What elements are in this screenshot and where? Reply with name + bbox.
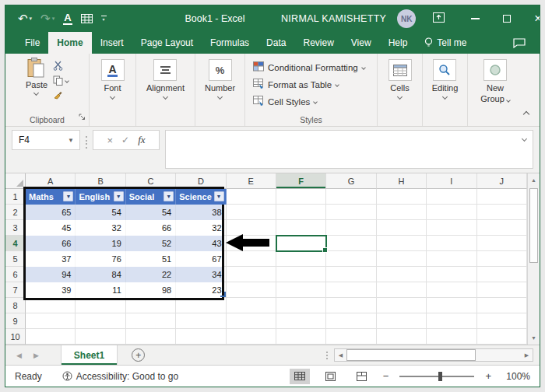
table-cell[interactable]: 76: [76, 251, 125, 267]
zoom-level[interactable]: 100%: [502, 371, 530, 382]
table-cell[interactable]: 54: [76, 205, 125, 220]
grid-cell-A10[interactable]: [26, 329, 76, 345]
user-avatar[interactable]: NK: [397, 9, 416, 28]
grid-cell-H4[interactable]: [377, 236, 427, 251]
new-group-button[interactable]: New Group: [476, 59, 514, 105]
minimize-button[interactable]: [471, 18, 480, 19]
grid-cell-B9[interactable]: [76, 313, 125, 329]
grid-cell-I3[interactable]: [427, 220, 476, 236]
sheet-tab-sheet1[interactable]: Sheet1: [61, 345, 118, 365]
tab-help[interactable]: Help: [380, 32, 417, 54]
grid-cell-J2[interactable]: [477, 205, 527, 220]
name-box[interactable]: F4 ▼: [12, 130, 80, 150]
grid-cell-I7[interactable]: [427, 282, 476, 298]
grid-cell-G10[interactable]: [326, 329, 376, 345]
grid-cell-F1[interactable]: [276, 189, 326, 205]
scroll-right-button[interactable]: ▶: [521, 349, 533, 361]
grid-cell-F8[interactable]: [276, 298, 326, 313]
table-cell[interactable]: 51: [126, 251, 176, 267]
maximize-button[interactable]: [503, 15, 511, 23]
grid-cell-G5[interactable]: [326, 251, 376, 267]
grid-cell-H2[interactable]: [377, 205, 427, 220]
styles-item-conditional-formatting[interactable]: Conditional Formatting: [253, 59, 365, 75]
grid-cell-J1[interactable]: [477, 189, 527, 205]
editing-group-button[interactable]: Editing: [432, 59, 459, 99]
zoom-in-button[interactable]: +: [485, 371, 491, 381]
confirm-entry-button[interactable]: ✓: [121, 135, 129, 145]
tab-view[interactable]: View: [343, 32, 380, 54]
tab-review[interactable]: Review: [294, 32, 342, 54]
name-box-dropdown[interactable]: ▼: [62, 137, 79, 144]
table-resize-handle[interactable]: [220, 292, 226, 297]
scrollbar-resize-handle[interactable]: [326, 345, 328, 365]
format-painter-button[interactable]: [53, 89, 69, 101]
horizontal-scrollbar[interactable]: ◀ ▶: [334, 348, 533, 362]
paste-button[interactable]: Paste: [26, 58, 47, 101]
styles-item-cell-styles[interactable]: Cell Styles: [253, 93, 317, 110]
grid-cell-I8[interactable]: [427, 298, 476, 313]
copy-button[interactable]: [53, 75, 69, 86]
table-cell[interactable]: 94: [26, 267, 76, 282]
table-cell[interactable]: 34: [176, 267, 226, 282]
grid-cell-E6[interactable]: [227, 267, 276, 282]
table-cell[interactable]: 66: [126, 220, 176, 236]
grid-cell-H6[interactable]: [377, 267, 427, 282]
zoom-slider-thumb[interactable]: [438, 372, 442, 381]
grid-cell-I4[interactable]: [427, 236, 476, 251]
horizontal-scroll-thumb[interactable]: [346, 349, 476, 361]
grid-cell-G9[interactable]: [326, 313, 376, 329]
tab-data[interactable]: Data: [258, 32, 294, 54]
grid-cell-G8[interactable]: [326, 298, 376, 313]
tab-file[interactable]: File: [16, 32, 48, 54]
column-header-G[interactable]: G: [326, 173, 376, 189]
vertical-scrollbar[interactable]: ▲ ▼: [527, 173, 540, 345]
grid-cell-H10[interactable]: [377, 329, 427, 345]
grid-cell-D9[interactable]: [176, 313, 226, 329]
tab-page-layout[interactable]: Page Layout: [132, 32, 202, 54]
table-cell[interactable]: 54: [126, 205, 176, 220]
grid-cell-H7[interactable]: [377, 282, 427, 298]
scroll-left-button[interactable]: ◀: [335, 349, 346, 361]
grid-cell-E8[interactable]: [227, 298, 276, 313]
column-header-E[interactable]: E: [227, 173, 276, 189]
grid-cell-H3[interactable]: [377, 220, 427, 236]
grid-cell-I6[interactable]: [427, 267, 476, 282]
grid-cell-A8[interactable]: [26, 298, 76, 313]
grid-cell-J4[interactable]: [477, 236, 527, 251]
customize-qat-button[interactable]: ▾: [101, 16, 107, 23]
table-cell[interactable]: 22: [126, 267, 176, 282]
grid-cell-G2[interactable]: [326, 205, 376, 220]
grid-cell-I1[interactable]: [427, 189, 476, 205]
table-cell[interactable]: 45: [26, 220, 76, 236]
table-cell[interactable]: 67: [176, 251, 226, 267]
grid-cell-H5[interactable]: [377, 251, 427, 267]
column-header-F[interactable]: F: [276, 173, 326, 189]
grid-cell-F3[interactable]: [276, 220, 326, 236]
table-cell[interactable]: 37: [26, 251, 76, 267]
grid-cell-G1[interactable]: [326, 189, 376, 205]
grid-cell-F10[interactable]: [276, 329, 326, 345]
grid-cell-G6[interactable]: [326, 267, 376, 282]
grid-cell-E7[interactable]: [227, 282, 276, 298]
grid-cell-F5[interactable]: [276, 251, 326, 267]
filter-button-science[interactable]: ▼: [214, 191, 224, 201]
table-cell[interactable]: 84: [76, 267, 125, 282]
grid-cell-J3[interactable]: [477, 220, 527, 236]
grid-cell-E10[interactable]: [227, 329, 276, 345]
formula-input[interactable]: [165, 130, 533, 169]
table-cell[interactable]: 38: [176, 205, 226, 220]
scroll-up-button[interactable]: ▲: [528, 173, 540, 187]
grid-cell-H9[interactable]: [377, 313, 427, 329]
grid-cell-I9[interactable]: [427, 313, 476, 329]
accessibility-status[interactable]: Accessibility: Good to go: [62, 371, 178, 382]
grid-cell-F2[interactable]: [276, 205, 326, 220]
grid-cell-C10[interactable]: [126, 329, 176, 345]
table-cell[interactable]: 39: [26, 282, 76, 298]
formula-bar-handle[interactable]: [86, 130, 87, 149]
previous-sheet-button[interactable]: ◀: [16, 352, 22, 359]
undo-button[interactable]: ↶▾: [18, 12, 32, 24]
table-cell[interactable]: 11: [76, 282, 125, 298]
grid-cell-I5[interactable]: [427, 251, 476, 267]
ribbon-display-options-button[interactable]: [433, 12, 445, 26]
table-cell[interactable]: 19: [76, 236, 125, 251]
